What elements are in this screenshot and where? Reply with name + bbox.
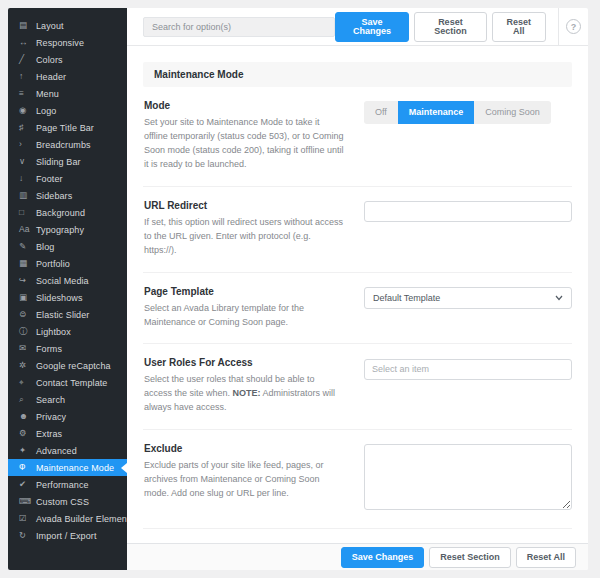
extras-icon: ⚙	[19, 429, 36, 438]
sidebar-item-label: Lightbox	[36, 327, 71, 337]
sidebar-item-contact-template[interactable]: ⌖Contact Template	[8, 374, 127, 391]
field-control: Off Maintenance Coming Soon	[364, 100, 572, 124]
url-redirect-description: If set, this option will redirect users …	[144, 216, 345, 258]
field-info: User Roles For Access Select the user ro…	[143, 357, 345, 415]
page-template-selected-value: Default Template	[373, 293, 440, 303]
responsive-icon: ↔	[19, 38, 36, 47]
sidebar-item-label: Breadcrumbs	[36, 140, 91, 150]
sidebar-item-import-export[interactable]: ↻Import / Export	[8, 527, 127, 544]
blog-icon: ✎	[19, 242, 36, 251]
mode-coming-soon-button[interactable]: Coming Soon	[474, 101, 551, 124]
sidebar-item-slideshows[interactable]: ▣Slideshows	[8, 289, 127, 306]
sidebar-item-header[interactable]: ↑Header	[8, 68, 127, 85]
search-input[interactable]	[143, 17, 335, 37]
sidebar-item-blog[interactable]: ✎Blog	[8, 238, 127, 255]
note-emphasis: NOTE:	[233, 388, 261, 398]
background-icon: □	[19, 208, 36, 217]
sidebar-item-forms[interactable]: ✉Forms	[8, 340, 127, 357]
performance-icon: ✔	[19, 480, 36, 489]
menu-icon: ≡	[19, 89, 36, 98]
field-info: URL Redirect If set, this option will re…	[143, 200, 345, 258]
user-roles-input[interactable]	[364, 359, 572, 380]
portfolio-icon: ▦	[19, 259, 36, 268]
sidebar-item-typography[interactable]: AaTypography	[8, 221, 127, 238]
reset-section-button-bottom[interactable]: Reset Section	[429, 547, 511, 568]
sidebar-item-sliding-bar[interactable]: ∨Sliding Bar	[8, 153, 127, 170]
slideshows-icon: ▣	[19, 293, 36, 302]
sidebar-item-social-media[interactable]: ↪Social Media	[8, 272, 127, 289]
reset-all-button-bottom[interactable]: Reset All	[516, 547, 576, 568]
exclude-textarea[interactable]	[364, 444, 572, 510]
sidebar-item-layout[interactable]: ▤Layout	[8, 17, 127, 34]
field-row-url-redirect: URL Redirect If set, this option will re…	[143, 187, 572, 273]
mode-off-button[interactable]: Off	[364, 101, 398, 124]
sidebar-item-privacy[interactable]: ☻Privacy	[8, 408, 127, 425]
sidebar-item-footer[interactable]: ↓Footer	[8, 170, 127, 187]
save-changes-button-bottom[interactable]: Save Changes	[341, 547, 425, 568]
sidebar-item-label: Elastic Slider	[36, 310, 89, 320]
chevron-down-icon	[555, 295, 563, 301]
page-template-select[interactable]: Default Template	[364, 287, 572, 309]
sidebar-item-background[interactable]: □Background	[8, 204, 127, 221]
sidebar-item-label: Slideshows	[36, 293, 83, 303]
sidebar-item-label: Search	[36, 395, 65, 405]
sidebar-item-custom-css[interactable]: ⌨Custom CSS	[8, 493, 127, 510]
sidebar-item-extras[interactable]: ⚙Extras	[8, 425, 127, 442]
sidebar-item-label: Advanced	[36, 446, 77, 456]
mode-label: Mode	[144, 100, 345, 111]
sidebar-item-responsive[interactable]: ↔Responsive	[8, 34, 127, 51]
sidebar-item-label: Footer	[36, 174, 63, 184]
field-row-page-template: Page Template Select an Avada Library te…	[143, 273, 572, 345]
field-row-user-roles: User Roles For Access Select the user ro…	[143, 344, 572, 430]
content-panel: Save Changes Reset Section Reset All ? M…	[127, 8, 588, 570]
sidebar-item-label: Typography	[36, 225, 84, 235]
forms-icon: ✉	[19, 344, 36, 353]
sidebar-item-label: Sliding Bar	[36, 157, 81, 167]
sidebar-item-logo[interactable]: ◉Logo	[8, 102, 127, 119]
save-changes-button-top[interactable]: Save Changes	[335, 12, 409, 42]
advanced-icon: ✦	[19, 446, 36, 455]
sidebar-item-portfolio[interactable]: ▦Portfolio	[8, 255, 127, 272]
field-row-page-title-tag: Page Title HTML Tag This will also be us…	[143, 529, 572, 543]
section-title: Maintenance Mode	[143, 62, 572, 87]
header-icon: ↑	[19, 72, 36, 81]
url-redirect-input[interactable]	[364, 201, 572, 222]
page-template-label: Page Template	[144, 286, 345, 297]
sidebar-item-page-title-bar[interactable]: ♯Page Title Bar	[8, 119, 127, 136]
sidebar-item-menu[interactable]: ≡Menu	[8, 85, 127, 102]
field-control: Default Template	[364, 286, 572, 309]
sidebar-item-colors[interactable]: ╱Colors	[8, 51, 127, 68]
page-title-bar-icon: ♯	[19, 123, 36, 132]
contact-template-icon: ⌖	[19, 378, 36, 387]
sidebar-item-advanced[interactable]: ✦Advanced	[8, 442, 127, 459]
sidebar-nav: ▤Layout↔Responsive╱Colors↑Header≡Menu◉Lo…	[8, 8, 127, 570]
sidebar-item-lightbox[interactable]: ⓘLightbox	[8, 323, 127, 340]
sidebar-item-sidebars[interactable]: ▥Sidebars	[8, 187, 127, 204]
sidebar-item-label: Privacy	[36, 412, 66, 422]
sidebar-item-breadcrumbs[interactable]: ›Breadcrumbs	[8, 136, 127, 153]
typography-icon: Aa	[19, 225, 36, 234]
sidebar-item-label: Performance	[36, 480, 89, 490]
logo-icon: ◉	[19, 106, 36, 115]
sidebar-item-maintenance-mode[interactable]: ФMaintenance Mode	[8, 459, 127, 476]
sidebar-item-label: Background	[36, 208, 85, 218]
mode-maintenance-button[interactable]: Maintenance	[398, 101, 475, 124]
field-info: Mode Set your site to Maintenance Mode t…	[143, 100, 345, 172]
sidebar-item-google-recaptcha[interactable]: ✲Google reCaptcha	[8, 357, 127, 374]
sidebar-item-performance[interactable]: ✔Performance	[8, 476, 127, 493]
reset-section-button-top[interactable]: Reset Section	[414, 12, 486, 42]
sidebar-item-avada-builder-elements[interactable]: ☑Avada Builder Elements	[8, 510, 127, 527]
sidebar-item-search[interactable]: ⌕Search	[8, 391, 127, 408]
reset-all-button-top[interactable]: Reset All	[492, 12, 546, 42]
toolbar-main: Save Changes Reset Section Reset All	[127, 12, 558, 42]
layout-icon: ▤	[19, 21, 36, 30]
avada-builder-elements-icon: ☑	[19, 514, 36, 523]
google-recaptcha-icon: ✲	[19, 361, 36, 370]
sidebar-item-label: Layout	[36, 21, 64, 31]
help-icon[interactable]: ?	[566, 19, 581, 34]
lightbox-icon: ⓘ	[19, 327, 36, 336]
sliding-bar-icon: ∨	[19, 157, 36, 166]
sidebar-item-elastic-slider[interactable]: ⊜Elastic Slider	[8, 306, 127, 323]
active-item-notch	[121, 463, 127, 473]
user-roles-label: User Roles For Access	[144, 357, 345, 368]
